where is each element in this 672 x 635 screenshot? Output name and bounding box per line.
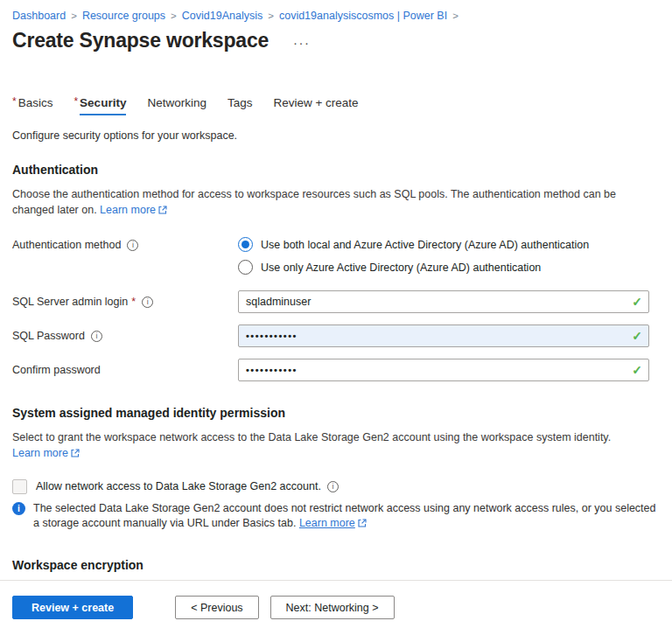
- info-filled-icon: i: [12, 502, 25, 515]
- radio-use-both-auth[interactable]: Use both local and Azure Active Director…: [238, 237, 589, 252]
- tab-security[interactable]: * Security: [74, 96, 126, 115]
- tab-basics[interactable]: * Basics: [12, 96, 52, 115]
- learn-more-label: Learn more: [299, 517, 355, 529]
- authentication-description: Choose the authentication method for acc…: [0, 186, 667, 218]
- breadcrumb-link-dashboard[interactable]: Dashboard: [12, 10, 66, 22]
- security-form: Authentication method i Use both local a…: [0, 237, 672, 381]
- sql-password-row: SQL Password i ✓: [12, 324, 660, 347]
- breadcrumb: Dashboard>Resource groups>Covid19Analysi…: [0, 0, 672, 22]
- authentication-method-label: Authentication method: [12, 239, 121, 251]
- authentication-learn-more-link[interactable]: Learn more: [100, 204, 167, 216]
- tab-label: Review + create: [273, 96, 358, 115]
- valid-checkmark-icon: ✓: [632, 329, 642, 343]
- tab-label: Networking: [147, 96, 206, 115]
- tab-tags[interactable]: Tags: [228, 96, 253, 115]
- confirm-password-row: Confirm password ✓: [12, 359, 660, 381]
- review-create-button[interactable]: Review + create: [12, 596, 133, 619]
- allow-network-access-row: Allow network access to Data Lake Storag…: [0, 479, 672, 494]
- authentication-method-label-group: Authentication method i: [12, 239, 238, 251]
- managed-identity-description-text: Select to grant the workspace network ac…: [12, 431, 611, 443]
- info-icon[interactable]: i: [127, 240, 138, 251]
- info-icon[interactable]: i: [142, 297, 153, 308]
- page-title: Create Synapse workspace: [12, 29, 269, 52]
- authentication-method-row: Authentication method i Use both local a…: [12, 237, 660, 275]
- sql-admin-login-label-group: SQL Server admin login * i: [12, 296, 238, 308]
- valid-checkmark-icon: ✓: [632, 363, 642, 377]
- sql-password-input[interactable]: [238, 324, 649, 347]
- sql-admin-login-row: SQL Server admin login * i ✓: [12, 290, 660, 313]
- external-link-icon: [158, 206, 167, 214]
- radio-use-only-aad-auth[interactable]: Use only Azure Active Directory (Azure A…: [238, 260, 589, 275]
- tab-description: Configure security options for your work…: [0, 129, 672, 142]
- previous-button[interactable]: < Previous: [175, 596, 258, 619]
- breadcrumb-link-cosmos-powerbi[interactable]: covid19analysiscosmos | Power BI: [279, 10, 447, 22]
- radio-label: Use only Azure Active Directory (Azure A…: [261, 262, 541, 274]
- managed-identity-description: Select to grant the workspace network ac…: [0, 429, 667, 461]
- confirm-password-label-group: Confirm password: [12, 364, 238, 376]
- valid-checkmark-icon: ✓: [632, 295, 642, 309]
- sql-password-label-group: SQL Password i: [12, 330, 238, 342]
- breadcrumb-link-covid19analysis[interactable]: Covid19Analysis: [182, 10, 262, 22]
- title-row: Create Synapse workspace ···: [0, 22, 672, 52]
- allow-network-access-label: Allow network access to Data Lake Storag…: [36, 480, 321, 492]
- learn-more-label: Learn more: [100, 204, 156, 216]
- breadcrumb-separator: >: [268, 10, 274, 21]
- wizard-footer: Review + create < Previous Next: Network…: [0, 581, 672, 619]
- required-marker: *: [131, 296, 136, 308]
- sql-admin-login-input-wrap: ✓: [238, 290, 649, 313]
- confirm-password-label: Confirm password: [12, 364, 101, 376]
- required-marker: *: [12, 95, 17, 108]
- breadcrumb-separator: >: [71, 10, 77, 21]
- sql-password-input-wrap: ✓: [238, 324, 649, 347]
- sql-password-label: SQL Password: [12, 330, 85, 342]
- info-note-text: The selected Data Lake Storage Gen2 acco…: [33, 501, 660, 533]
- tab-networking[interactable]: Networking: [147, 96, 206, 115]
- managed-identity-learn-more-link[interactable]: Learn more: [12, 447, 80, 459]
- info-icon[interactable]: i: [91, 331, 102, 342]
- radio-label: Use both local and Azure Active Director…: [261, 239, 589, 251]
- confirm-password-input[interactable]: [238, 359, 649, 381]
- wizard-tab-bar: * Basics * Security Networking Tags Revi…: [0, 96, 672, 115]
- authentication-method-radio-group: Use both local and Azure Active Director…: [238, 237, 589, 275]
- external-link-icon: [358, 519, 367, 527]
- required-marker: *: [74, 95, 78, 108]
- workspace-encryption-heading: Workspace encryption: [0, 558, 672, 572]
- radio-unselected-icon: [238, 260, 253, 275]
- storage-network-info-note: i The selected Data Lake Storage Gen2 ac…: [0, 501, 672, 533]
- managed-identity-heading: System assigned managed identity permiss…: [0, 406, 672, 420]
- radio-selected-icon: [238, 237, 253, 252]
- sql-admin-login-input[interactable]: [238, 290, 649, 313]
- next-networking-button[interactable]: Next: Networking >: [270, 596, 395, 619]
- tab-label: Basics: [18, 96, 53, 115]
- info-icon[interactable]: i: [327, 481, 339, 492]
- authentication-heading: Authentication: [0, 163, 672, 177]
- tab-review-create[interactable]: Review + create: [273, 96, 358, 115]
- breadcrumb-separator: >: [452, 10, 458, 21]
- create-synapse-workspace-page: Dashboard>Resource groups>Covid19Analysi…: [0, 0, 672, 635]
- external-link-icon: [71, 449, 80, 457]
- sql-admin-login-label: SQL Server admin login: [12, 296, 128, 308]
- note-learn-more-link[interactable]: Learn more: [299, 517, 367, 529]
- breadcrumb-separator: >: [171, 10, 177, 21]
- breadcrumb-link-resource-groups[interactable]: Resource groups: [82, 10, 165, 22]
- tab-label: Tags: [228, 96, 253, 115]
- learn-more-label: Learn more: [12, 447, 68, 459]
- allow-network-access-checkbox[interactable]: [12, 479, 27, 494]
- tab-label: Security: [80, 96, 126, 115]
- more-options-icon[interactable]: ···: [293, 35, 311, 50]
- confirm-password-input-wrap: ✓: [238, 359, 649, 381]
